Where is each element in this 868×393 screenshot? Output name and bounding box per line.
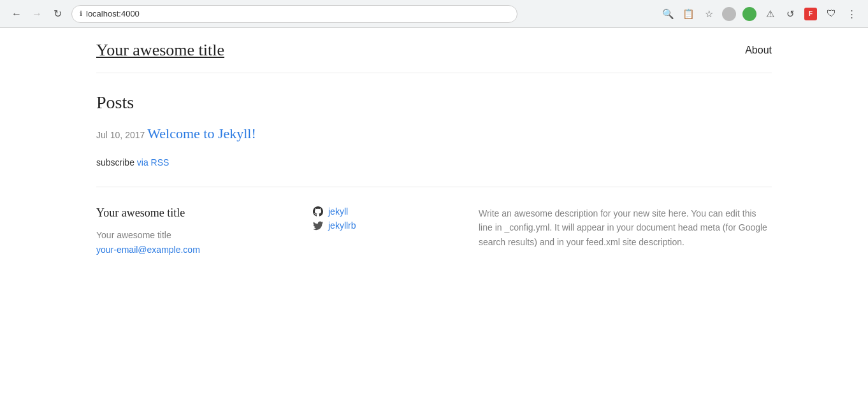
screenshot-icon-button[interactable]: 📋	[679, 5, 697, 23]
site-footer: Your awesome title Your awesome title yo…	[96, 187, 772, 275]
reload-button[interactable]: ↻	[48, 5, 66, 23]
toolbar-right: 🔍 📋 ☆ ⚠ ↺ F 🛡 ⋮	[659, 5, 860, 23]
user-avatar-green[interactable]	[741, 5, 758, 23]
nav-about-link[interactable]: About	[745, 45, 772, 55]
rss-prefix-text: subscribe	[96, 157, 134, 168]
extension-red[interactable]: F	[802, 5, 820, 23]
reload-icon: ↻	[54, 8, 62, 20]
posts-heading: Posts	[96, 92, 772, 113]
nav-buttons: ← → ↻	[8, 5, 66, 23]
shield-icon[interactable]: 🛡	[822, 5, 840, 23]
post-list: Jul 10, 2017 Welcome to Jekyll!	[96, 125, 772, 142]
site-nav: About	[745, 45, 772, 56]
post-date: Jul 10, 2017	[96, 130, 145, 140]
back-icon: ←	[11, 8, 22, 20]
site-title[interactable]: Your awesome title	[96, 41, 224, 60]
forward-icon: →	[32, 8, 42, 20]
forward-button[interactable]: →	[28, 5, 46, 23]
address-bar[interactable]: ℹ localhost:4000	[71, 5, 517, 23]
alert-icon[interactable]: ⚠	[761, 5, 779, 23]
footer-email-wrapper: your-email@example.com	[96, 244, 275, 255]
post-list-item: Jul 10, 2017 Welcome to Jekyll!	[96, 125, 772, 142]
user-avatar-grey[interactable]	[720, 5, 738, 23]
github-social-item: jekyll	[313, 206, 440, 217]
zoom-icon-button[interactable]: 🔍	[659, 5, 677, 23]
github-icon	[313, 206, 323, 217]
back-button[interactable]: ←	[8, 5, 25, 23]
post-title-link[interactable]: Welcome to Jekyll!	[147, 125, 256, 141]
social-links: jekyll jekyllrb	[313, 206, 440, 231]
page-wrapper: Your awesome title About Posts Jul 10, 2…	[83, 28, 785, 275]
footer-inner: Your awesome title Your awesome title yo…	[96, 206, 772, 255]
rss-subscribe: subscribe via RSS	[96, 157, 772, 168]
twitter-link[interactable]: jekyllrb	[328, 220, 356, 231]
page-content: Posts Jul 10, 2017 Welcome to Jekyll! su…	[96, 73, 772, 187]
site-header-inner: Your awesome title About	[96, 41, 772, 60]
github-link[interactable]: jekyll	[328, 206, 348, 217]
star-icon-button[interactable]: ☆	[700, 5, 718, 23]
twitter-social-item: jekyllrb	[313, 220, 440, 231]
footer-col-3: Write an awesome description for your ne…	[479, 206, 772, 249]
rss-link[interactable]: via RSS	[137, 157, 170, 168]
footer-site-title: Your awesome title	[96, 206, 275, 220]
more-menu-button[interactable]: ⋮	[843, 5, 860, 23]
twitter-icon	[313, 220, 323, 231]
home-section: Posts Jul 10, 2017 Welcome to Jekyll! su…	[96, 92, 772, 168]
footer-description: Write an awesome description for your ne…	[479, 206, 772, 249]
site-header: Your awesome title About	[96, 28, 772, 73]
footer-col-2: jekyll jekyllrb	[313, 206, 440, 234]
footer-col-1: Your awesome title Your awesome title yo…	[96, 206, 275, 255]
browser-chrome: ← → ↻ ℹ localhost:4000 🔍 📋 ☆ ⚠ ↺ F 🛡 ⋮	[0, 0, 868, 28]
footer-email-link[interactable]: your-email@example.com	[96, 245, 200, 255]
url-text: localhost:4000	[86, 9, 509, 18]
history-icon[interactable]: ↺	[781, 5, 799, 23]
lock-icon: ℹ	[80, 10, 82, 18]
footer-org-name: Your awesome title	[96, 230, 275, 240]
